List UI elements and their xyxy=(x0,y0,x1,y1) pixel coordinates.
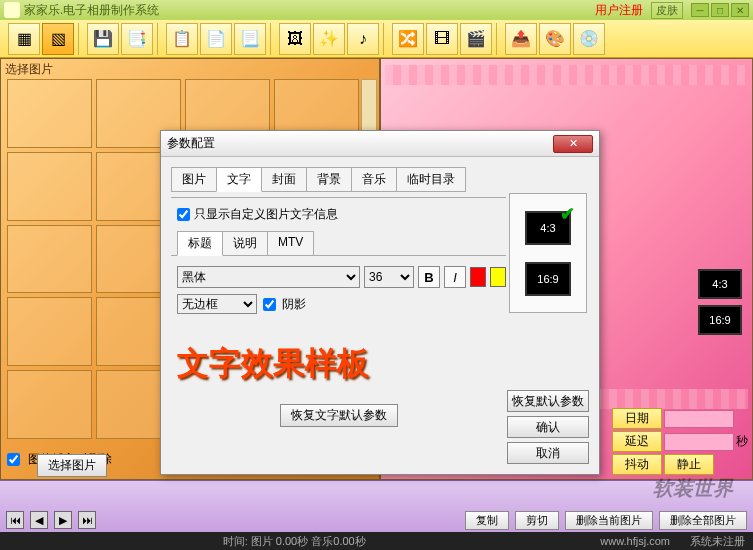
tool-thumb-small[interactable]: ▦ xyxy=(8,23,40,55)
font-select[interactable]: 黑体 xyxy=(177,266,360,288)
check-icon: ✔ xyxy=(560,203,575,225)
dialog-title-text: 参数配置 xyxy=(167,135,553,152)
color-yellow[interactable] xyxy=(490,267,506,287)
delete-after-insert-checkbox[interactable] xyxy=(7,453,20,466)
aspect-4-3[interactable]: 4:3✔ xyxy=(525,211,571,245)
tab-background[interactable]: 背景 xyxy=(306,167,352,192)
custom-text-only-label: 只显示自定义图片文字信息 xyxy=(194,206,338,223)
tab-text[interactable]: 文字 xyxy=(216,167,262,192)
dialog-side-column: 4:3✔ 16:9 恢复默认参数 确认 取消 xyxy=(507,193,589,464)
timeline-prev[interactable]: ◀ xyxy=(30,511,48,529)
tool-effect[interactable]: ✨ xyxy=(313,23,345,55)
tool-video[interactable]: 🎬 xyxy=(460,23,492,55)
minimize-button[interactable]: ─ xyxy=(691,3,709,17)
timeline-last[interactable]: ⏭ xyxy=(78,511,96,529)
status-bar: 时间: 图片 0.00秒 音乐0.00秒 www.hfjsj.com 系统未注册 xyxy=(0,532,753,550)
tab-cover[interactable]: 封面 xyxy=(261,167,307,192)
ok-button[interactable]: 确认 xyxy=(507,416,589,438)
dialog-tabs: 图片 文字 封面 背景 音乐 临时目录 xyxy=(171,167,506,192)
sec-label: 秒 xyxy=(736,433,748,450)
aspect-ratio-box: 4:3✔ 16:9 xyxy=(509,193,587,313)
border-select[interactable]: 无边框 xyxy=(177,294,257,314)
settings-dialog: 参数配置 ✕ 图片 文字 封面 背景 音乐 临时目录 只显示自定义图片文字信息 … xyxy=(160,130,600,475)
timeline-delete-current-button[interactable]: 删除当前图片 xyxy=(565,511,653,530)
thumb-slot[interactable] xyxy=(7,79,92,148)
delay-slot[interactable] xyxy=(664,433,734,451)
subtab-mtv[interactable]: MTV xyxy=(267,231,314,256)
timeline-first[interactable]: ⏮ xyxy=(6,511,24,529)
tab-tempdir[interactable]: 临时目录 xyxy=(396,167,466,192)
thumb-slot[interactable] xyxy=(7,225,92,294)
text-preview: 文字效果样板 xyxy=(177,334,500,394)
shadow-checkbox[interactable] xyxy=(263,298,276,311)
aspect-16-9[interactable]: 16:9 xyxy=(525,262,571,296)
tool-export[interactable]: 📤 xyxy=(505,23,537,55)
tool-paste[interactable]: 📄 xyxy=(200,23,232,55)
timeline-cut-button[interactable]: 剪切 xyxy=(515,511,559,530)
timeline: 软装世界 ⏮ ◀ ▶ ⏭ 复制 剪切 删除当前图片 删除全部图片 xyxy=(0,480,753,532)
app-title: 家家乐.电子相册制作系统 xyxy=(24,2,595,19)
register-link[interactable]: 用户注册 xyxy=(595,2,643,19)
maximize-button[interactable]: □ xyxy=(711,3,729,17)
timeline-next[interactable]: ▶ xyxy=(54,511,72,529)
tool-save[interactable]: 💾 xyxy=(87,23,119,55)
thumb-slot[interactable] xyxy=(7,297,92,366)
film-strip-top xyxy=(385,65,748,85)
tool-frame[interactable]: 🎞 xyxy=(426,23,458,55)
tool-image[interactable]: 🖼 xyxy=(279,23,311,55)
app-icon xyxy=(4,2,20,18)
tool-doc[interactable]: 📃 xyxy=(234,23,266,55)
status-time: 时间: 图片 0.00秒 音乐0.00秒 xyxy=(8,534,580,549)
stop-button[interactable]: 静止 xyxy=(664,454,714,475)
restore-text-defaults-button[interactable]: 恢复文字默认参数 xyxy=(280,404,398,427)
skin-button[interactable]: 皮肤 xyxy=(651,2,683,19)
shadow-label: 阴影 xyxy=(282,296,306,313)
right-controls: 日期 延迟秒 抖动静止 xyxy=(612,408,748,475)
tab-music[interactable]: 音乐 xyxy=(351,167,397,192)
main-toolbar: ▦ ▧ 💾 📑 📋 📄 📃 🖼 ✨ ♪ 🔀 🎞 🎬 📤 🎨 💿 xyxy=(0,20,753,58)
date-button[interactable]: 日期 xyxy=(612,408,662,429)
ratio-4-3-badge[interactable]: 4:3 xyxy=(698,269,742,299)
tool-thumb-large[interactable]: ▧ xyxy=(42,23,74,55)
tool-palette[interactable]: 🎨 xyxy=(539,23,571,55)
left-panel-label: 选择图片 xyxy=(5,61,53,78)
tool-transition[interactable]: 🔀 xyxy=(392,23,424,55)
subtab-desc[interactable]: 说明 xyxy=(222,231,268,256)
date-slot[interactable] xyxy=(664,410,734,428)
bold-button[interactable]: B xyxy=(418,266,440,288)
status-url: www.hfjsj.com xyxy=(600,535,670,547)
timeline-delete-all-button[interactable]: 删除全部图片 xyxy=(659,511,747,530)
choose-image-button[interactable]: 选择图片 xyxy=(37,454,107,477)
thumb-slot[interactable] xyxy=(7,152,92,221)
color-red[interactable] xyxy=(470,267,486,287)
tool-disc[interactable]: 💿 xyxy=(573,23,605,55)
cancel-button[interactable]: 取消 xyxy=(507,442,589,464)
timeline-copy-button[interactable]: 复制 xyxy=(465,511,509,530)
watermark: 软装世界 xyxy=(653,475,733,502)
delay-button[interactable]: 延迟 xyxy=(612,431,662,452)
italic-button[interactable]: I xyxy=(444,266,466,288)
restore-defaults-button[interactable]: 恢复默认参数 xyxy=(507,390,589,412)
title-bar: 家家乐.电子相册制作系统 用户注册 皮肤 ─ □ ✕ xyxy=(0,0,753,20)
thumb-slot[interactable] xyxy=(7,370,92,439)
tool-music[interactable]: ♪ xyxy=(347,23,379,55)
close-button[interactable]: ✕ xyxy=(731,3,749,17)
tab-image[interactable]: 图片 xyxy=(171,167,217,192)
shake-button[interactable]: 抖动 xyxy=(612,454,662,475)
ratio-16-9-badge[interactable]: 16:9 xyxy=(698,305,742,335)
custom-text-only-checkbox[interactable] xyxy=(177,208,190,221)
status-register: 系统未注册 xyxy=(690,534,745,549)
size-select[interactable]: 36 xyxy=(364,266,414,288)
dialog-titlebar[interactable]: 参数配置 ✕ xyxy=(161,131,599,157)
tool-copy[interactable]: 📋 xyxy=(166,23,198,55)
tool-save-all[interactable]: 📑 xyxy=(121,23,153,55)
dialog-close-button[interactable]: ✕ xyxy=(553,135,593,153)
subtab-title[interactable]: 标题 xyxy=(177,231,223,256)
